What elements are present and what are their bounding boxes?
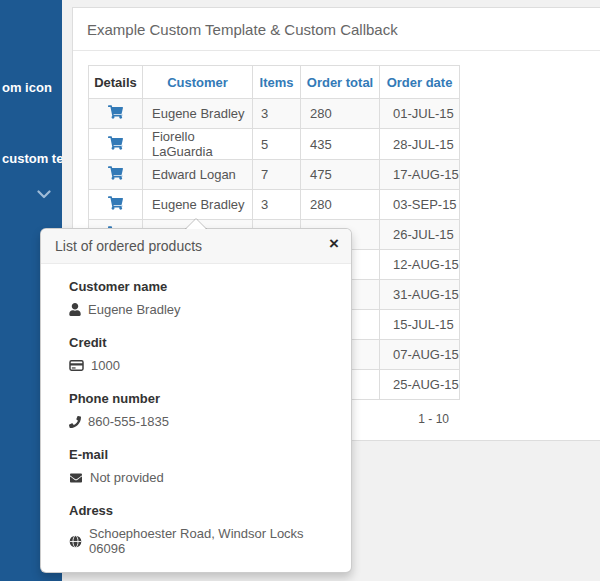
customer-cell: Fiorello LaGuardia — [143, 129, 253, 160]
field-label: Phone number — [69, 391, 337, 406]
items-cell: 7 — [253, 160, 301, 190]
popover-field: E-mail Not provided — [69, 447, 337, 485]
order-date-cell: 28-JUL-15 — [380, 129, 460, 160]
credit-card-icon — [69, 359, 84, 372]
column-header-order-date[interactable]: Order date — [380, 66, 460, 99]
details-cell — [89, 160, 143, 190]
customer-cell: Eugene Bradley — [143, 99, 253, 129]
field-value: Schoephoester Road, Windsor Locks 06096 — [89, 526, 337, 556]
table-row: Eugene Bradley 3 280 01-JUL-15 — [89, 99, 460, 129]
order-total-cell: 475 — [301, 160, 380, 190]
customer-cell: Edward Logan — [143, 160, 253, 190]
table-row: Edward Logan 7 475 17-AUG-15 — [89, 160, 460, 190]
close-icon[interactable]: × — [329, 235, 339, 252]
field-label: E-mail — [69, 447, 337, 462]
sidebar-item-custom-icon[interactable]: om icon — [0, 80, 62, 95]
popover-header: List of ordered products × — [41, 229, 351, 264]
order-date-cell: 15-JUL-15 — [380, 310, 460, 340]
order-total-cell: 435 — [301, 129, 380, 160]
table-row: Eugene Bradley 3 280 03-SEP-15 — [89, 190, 460, 220]
order-date-cell: 03-SEP-15 — [380, 190, 460, 220]
order-date-cell: 25-AUG-15 — [380, 370, 460, 400]
details-cell — [89, 99, 143, 129]
details-cell — [89, 190, 143, 220]
popover-title: List of ordered products — [55, 238, 202, 254]
order-date-cell: 07-AUG-15 — [380, 340, 460, 370]
cart-icon — [108, 166, 123, 180]
field-label: Credit — [69, 335, 337, 350]
page-title: Example Custom Template & Custom Callbac… — [73, 8, 600, 51]
order-date-cell: 17-AUG-15 — [380, 160, 460, 190]
cart-icon-button[interactable] — [108, 136, 123, 150]
cart-icon-button[interactable] — [108, 166, 123, 180]
cart-icon-button[interactable] — [108, 196, 123, 210]
table-row: Fiorello LaGuardia 5 435 28-JUL-15 — [89, 129, 460, 160]
customer-details-popover: List of ordered products × Customer name… — [40, 228, 352, 573]
column-header-order-total[interactable]: Order total — [301, 66, 380, 99]
items-cell: 5 — [253, 129, 301, 160]
details-cell — [89, 129, 143, 160]
customer-cell: Eugene Bradley — [143, 190, 253, 220]
table-header-row: DetailsCustomerItemsOrder totalOrder dat… — [89, 66, 460, 99]
field-value: 860-555-1835 — [88, 414, 169, 429]
popover-arrow — [185, 218, 207, 229]
cart-icon-button[interactable] — [108, 105, 123, 119]
items-cell: 3 — [253, 99, 301, 129]
globe-icon — [69, 535, 82, 548]
user-icon — [69, 303, 81, 316]
field-value: 1000 — [91, 358, 120, 373]
field-value: Not provided — [90, 470, 164, 485]
cart-icon — [108, 105, 123, 119]
cart-icon — [108, 196, 123, 210]
cart-icon — [108, 136, 123, 150]
popover-field: Customer name Eugene Bradley — [69, 279, 337, 317]
field-value: Eugene Bradley — [88, 302, 181, 317]
items-cell: 3 — [253, 190, 301, 220]
popover-field: Adress Schoephoester Road, Windsor Locks… — [69, 503, 337, 556]
column-header-details: Details — [89, 66, 143, 99]
popover-field: Credit 1000 — [69, 335, 337, 373]
order-date-cell: 31-AUG-15 — [380, 280, 460, 310]
order-date-cell: 01-JUL-15 — [380, 99, 460, 129]
phone-icon — [69, 416, 81, 428]
order-total-cell: 280 — [301, 190, 380, 220]
popover-body: Customer name Eugene Bradley Credit 1000… — [41, 264, 351, 572]
order-date-cell: 26-JUL-15 — [380, 220, 460, 250]
popover-field: Phone number 860-555-1835 — [69, 391, 337, 429]
chevron-down-icon[interactable] — [37, 185, 51, 203]
sidebar-item-custom-template[interactable]: custom te... — [0, 151, 62, 166]
field-label: Adress — [69, 503, 337, 518]
column-header-items[interactable]: Items — [253, 66, 301, 99]
column-header-customer[interactable]: Customer — [143, 66, 253, 99]
order-date-cell: 12-AUG-15 — [380, 250, 460, 280]
order-total-cell: 280 — [301, 99, 380, 129]
field-label: Customer name — [69, 279, 337, 294]
envelope-icon — [69, 472, 83, 484]
